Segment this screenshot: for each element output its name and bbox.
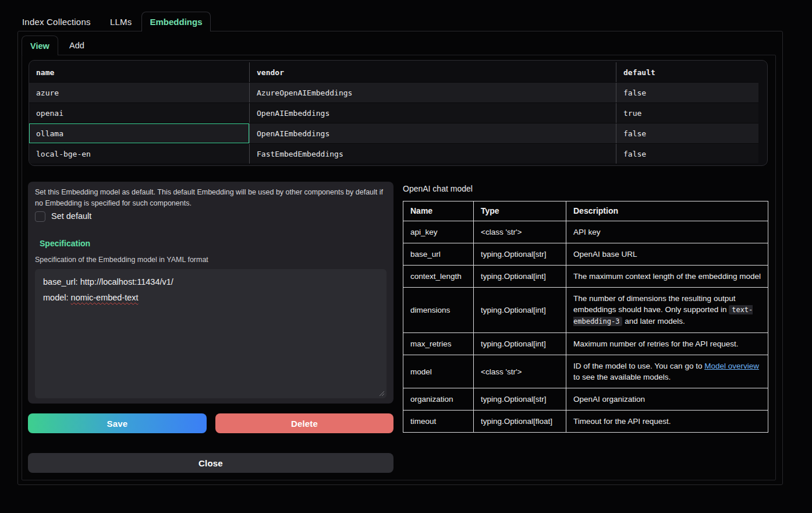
param-type: typing.Optional[int] [474, 266, 566, 288]
tab-embeddings[interactable]: Embeddings [141, 12, 211, 31]
close-button[interactable]: Close [28, 453, 393, 473]
embedding-row-ollama[interactable]: ollamaOpenAIEmbeddingsfalse [29, 123, 758, 144]
delete-button[interactable]: Delete [215, 413, 393, 433]
cell-default: true [616, 103, 758, 123]
embedding-detail-card: Set this Embedding model as default. Thi… [28, 182, 393, 404]
page: { "main_tabs": [ {"label": "Index Collec… [0, 0, 812, 513]
param-row-context_length: context_lengthtyping.Optional[int]The ma… [403, 266, 768, 288]
params-column-name: Name [403, 201, 474, 221]
param-name: organization [403, 388, 474, 411]
param-name: api_key [403, 221, 474, 243]
set-default-label[interactable]: Set default [51, 211, 91, 221]
param-row-max_retries: max_retriestyping.Optional[int]Maximum n… [403, 333, 768, 355]
param-row-model: model<class 'str'>ID of the model to use… [403, 355, 768, 388]
params-panel-title: OpenAI chat model [403, 184, 473, 193]
param-description: The number of dimensions the resulting o… [566, 288, 768, 333]
param-description: Maximum number of retries for the API re… [566, 333, 768, 355]
param-name: context_length [403, 266, 474, 288]
cell-name[interactable]: openai [29, 103, 250, 123]
inline-code-chip: text-embedding-3 [573, 305, 753, 326]
embedding-row-openai[interactable]: openaiOpenAIEmbeddingstrue [29, 103, 758, 123]
tab-llms[interactable]: LLMs [110, 12, 132, 31]
param-type: <class 'str'> [474, 355, 566, 388]
cell-default: false [616, 123, 758, 143]
misspelled-word: nomic-embed-text [71, 293, 139, 302]
cell-name[interactable]: azure [29, 83, 250, 102]
params-table: Name Type Description api_key<class 'str… [403, 201, 768, 433]
param-row-api_key: api_key<class 'str'>API key [403, 221, 768, 243]
param-type: typing.Optional[int] [474, 333, 566, 355]
param-name: dimensions [403, 288, 474, 333]
param-name: timeout [403, 411, 474, 433]
param-description: The maximum context length of the embedd… [566, 266, 768, 288]
cell-vendor: OpenAIEmbeddings [250, 123, 616, 143]
cell-default: false [616, 83, 758, 102]
default-description: Set this Embedding model as default. Thi… [35, 187, 384, 208]
embeddings-table: name vendor default azureAzureOpenAIEmbe… [29, 60, 768, 166]
yaml-line: base_url: http://localhost:11434/v1/ [43, 274, 378, 290]
cell-default: false [616, 144, 758, 164]
params-header-row: Name Type Description [403, 201, 768, 221]
param-name: max_retries [403, 333, 474, 355]
param-description: OpenAI base URL [566, 243, 768, 266]
embeddings-table-body: azureAzureOpenAIEmbeddingsfalseopenaiOpe… [29, 83, 767, 164]
params-column-type: Type [474, 201, 566, 221]
tab-add[interactable]: Add [62, 36, 91, 55]
param-name: model [403, 355, 474, 388]
params-column-description: Description [566, 201, 768, 221]
specification-subtitle: Specification of the Embedding model in … [35, 256, 208, 264]
set-default-checkbox[interactable] [35, 211, 45, 222]
param-description: Timeout for the API request. [566, 411, 768, 433]
column-header-name: name [29, 62, 250, 82]
param-type: typing.Optional[int] [474, 288, 566, 333]
cell-vendor: AzureOpenAIEmbeddings [250, 83, 616, 102]
param-description: ID of the model to use. You can go to Mo… [566, 355, 768, 388]
cell-name[interactable]: local-bge-en [29, 144, 250, 164]
param-type: typing.Optional[str] [474, 243, 566, 266]
param-type: typing.Optional[str] [474, 388, 566, 411]
param-name: base_url [403, 243, 474, 266]
cell-name[interactable]: ollama [29, 123, 250, 143]
tab-index-collections[interactable]: Index Collections [22, 12, 91, 31]
param-row-organization: organizationtyping.Optional[str]OpenAI o… [403, 388, 768, 411]
param-description: API key [566, 221, 768, 243]
specification-heading: Specification [40, 239, 90, 248]
embeddings-table-header: name vendor default [29, 62, 758, 83]
embedding-row-local-bge-en[interactable]: local-bge-enFastEmbedEmbeddingsfalse [29, 144, 758, 164]
column-header-default: default [616, 62, 758, 82]
param-type: <class 'str'> [474, 221, 566, 243]
model-overview-link[interactable]: Model overview [704, 362, 759, 370]
param-type: typing.Optional[float] [474, 411, 566, 433]
cell-vendor: FastEmbedEmbeddings [250, 144, 616, 164]
resize-handle-icon[interactable] [379, 391, 385, 397]
param-row-dimensions: dimensionstyping.Optional[int]The number… [403, 288, 768, 333]
column-header-vendor: vendor [250, 62, 616, 82]
param-row-base_url: base_urltyping.Optional[str]OpenAI base … [403, 243, 768, 266]
cell-vendor: OpenAIEmbeddings [250, 103, 616, 123]
param-description: OpenAI organization [566, 388, 768, 411]
param-row-timeout: timeouttyping.Optional[float]Timeout for… [403, 411, 768, 433]
save-button[interactable]: Save [28, 413, 207, 433]
embedding-row-azure[interactable]: azureAzureOpenAIEmbeddingsfalse [29, 83, 758, 103]
specification-yaml-editor[interactable]: base_url: http://localhost:11434/v1/ mod… [35, 269, 387, 398]
tab-view[interactable]: View [22, 36, 58, 55]
yaml-line: model: nomic-embed-text [43, 290, 378, 306]
